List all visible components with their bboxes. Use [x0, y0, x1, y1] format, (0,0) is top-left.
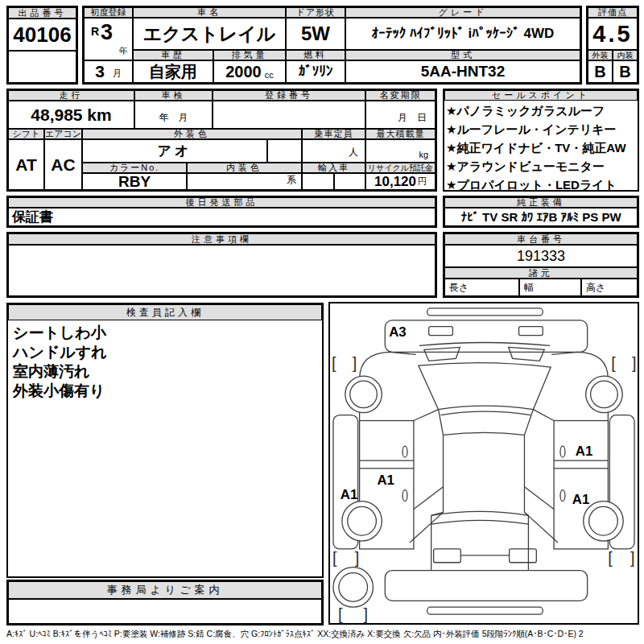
max-load-label: 最大積載量	[365, 129, 436, 139]
car-name-value: エクストレイル	[133, 18, 286, 50]
damage-mark-left-front-door: A1	[377, 473, 394, 488]
damage-mark-right-rear-door: A1	[572, 492, 589, 507]
svg-text:]: ]	[355, 549, 359, 567]
spec-width-label: 幅	[519, 279, 581, 296]
chassis-number-label: 車台番号	[444, 233, 638, 245]
svg-text:[: [	[332, 549, 337, 567]
exterior-grade-label: 外装	[588, 50, 613, 60]
inspector-notes-list: シートしわ小 ハンドルすれ 室内薄汚れ 外装小傷有り	[13, 324, 319, 401]
notes-label: 注意事項欄	[8, 233, 436, 245]
grade-label: グレード	[345, 7, 580, 18]
sales-point-item: ★パノラミックガラスルーフ	[446, 101, 638, 120]
inspector-note-line: ハンドルすれ	[13, 343, 319, 362]
era-letter: R	[91, 25, 99, 38]
inspector-note-line: シートしわ小	[13, 324, 319, 343]
svg-text:]: ]	[632, 354, 636, 372]
shaken-value: 年 月	[134, 101, 213, 129]
vehicle-info-box: 初度登録 R 3 年 3 月 車名 エクストレイル 車歴 自家用 排気量 200…	[82, 6, 582, 85]
name-change-label: 名変期限	[365, 90, 436, 101]
capacity-unit: 人	[302, 139, 365, 163]
registration-number-value	[213, 101, 365, 129]
damage-mark-front-bumper: A3	[389, 324, 406, 340]
car-outline	[333, 308, 634, 614]
svg-text:]: ]	[364, 605, 368, 623]
score-label: 評価点	[588, 7, 638, 18]
svg-text:]: ]	[630, 549, 634, 567]
shaken-label: 車検	[134, 90, 213, 101]
svg-text:[: [	[338, 605, 343, 623]
svg-text:[: [	[608, 549, 613, 567]
car-diagram-box: [] [] [] [] [] A3 A1 A1 A1 A1	[328, 302, 639, 625]
displacement-unit: cc	[265, 70, 274, 80]
chassis-number-value: 191333	[444, 245, 638, 267]
model-code-label: 型式	[345, 50, 580, 60]
sales-points-box: セールスポイント ★パノラミックガラスルーフ ★ルーフレール・インテリキー ★純…	[443, 89, 639, 192]
first-registration-month-cell: 3 月	[84, 60, 133, 83]
recycle-deposit-unit: 円	[418, 175, 427, 188]
damage-mark-left-side: A1	[341, 487, 357, 502]
grade-value: ｵｰﾃｯｸ ﾊｲﾌﾞﾘｯﾄﾞ iﾊﾟｯｹｰｼﾞ 4WD	[345, 18, 580, 50]
notes-box: 注意事項欄	[6, 232, 437, 298]
score-box: 評価点 4.5 外装 内装 B B	[586, 6, 639, 85]
displacement-value: 2000	[225, 63, 262, 81]
auction-number-empty-cell	[8, 51, 76, 83]
first-registration-year: 3	[101, 20, 113, 45]
exterior-color-sub-cell	[267, 139, 302, 163]
month-suffix: 月	[113, 68, 122, 80]
inspector-notes-box: 検査員記入欄 シートしわ小 ハンドルすれ 室内薄汚れ 外装小傷有り	[6, 303, 324, 578]
name-change-value: 月 日	[365, 101, 436, 129]
svg-text:[: [	[611, 354, 616, 372]
interior-color-suffix: 系	[187, 173, 302, 190]
auction-number-box: 出品番号 40106	[6, 6, 78, 85]
import-label: 輸入車	[302, 163, 365, 173]
max-load-unit: kg	[365, 139, 436, 163]
specs-label: 諸元	[444, 267, 638, 279]
recycle-deposit-label: リサイクル預託金	[365, 163, 436, 173]
fuel-value: ｶﾞｿﾘﾝ	[286, 60, 345, 83]
spec-length-label: 長さ	[444, 279, 519, 296]
svg-text:[: [	[332, 354, 336, 372]
damage-mark-right-front-door: A1	[576, 444, 592, 459]
sales-points-list: ★パノラミックガラスルーフ ★ルーフレール・インテリキー ★純正ワイドナビ・TV…	[446, 101, 638, 194]
door-shape-value: 5W	[286, 18, 345, 50]
equipment-box: 純正装備 ﾅﾋﾞ TV SR ｶﾜ ｴｱB ｱﾙﾐ PS PW	[443, 196, 639, 228]
car-damage-diagram: [] [] [] [] [] A3 A1 A1 A1 A1	[330, 303, 638, 623]
auction-sheet: 出品番号 40106 初度登録 R 3 年 3 月 車名 エクストレイル 車歴 …	[0, 0, 644, 644]
office-info-box: 事務局よりご案内	[6, 580, 324, 625]
import-cell-2	[334, 173, 365, 190]
shift-value: AT	[8, 139, 44, 190]
door-shape-label: ドア形状	[286, 7, 345, 18]
car-name-label: 車名	[133, 7, 286, 18]
first-registration-month: 3	[95, 62, 105, 81]
registration-number-label: 登録番号	[213, 90, 365, 101]
fuel-label: 燃料	[286, 50, 345, 60]
shipping-parts-label: 後日発送部品	[8, 197, 436, 208]
equipment-value: ﾅﾋﾞ TV SR ｶﾜ ｴｱB ｱﾙﾐ PS PW	[444, 208, 638, 226]
recycle-deposit-value: 10,120	[374, 174, 416, 190]
shift-label: シフト	[8, 129, 44, 139]
shipping-parts-value: 保証書	[8, 208, 436, 226]
office-info-label: 事務局よりご案内	[8, 581, 322, 599]
mileage-value: 48,985 km	[8, 101, 134, 129]
spec-height-label: 高さ	[581, 279, 638, 296]
inspector-notes-label: 検査員記入欄	[8, 304, 322, 320]
auction-number-label: 出品番号	[8, 7, 76, 19]
sales-point-item: ★ルーフレール・インテリキー	[446, 120, 638, 138]
car-history-value: 自家用	[133, 60, 213, 83]
inspector-note-line: 外装小傷有り	[13, 382, 319, 401]
damage-code-legend: A:ｷｽﾞ U:ﾍｺﾐ B:ｷｽﾞを伴うﾍｺﾐ P:要塗装 W:補修跡 S:錆 …	[6, 629, 641, 640]
model-code-value: 5AA-HNT32	[345, 60, 580, 83]
displacement-label: 排気量	[213, 50, 286, 60]
aircon-value: AC	[44, 139, 82, 190]
sales-point-item: ★純正ワイドナビ・TV・純正AW	[446, 138, 638, 157]
aircon-label: エアコン	[44, 129, 82, 139]
auction-number-value: 40106	[8, 19, 76, 51]
office-info-value	[8, 599, 322, 624]
shipping-parts-box: 後日発送部品 保証書	[6, 196, 437, 228]
sales-points-label: セールスポイント	[444, 90, 638, 101]
svg-text:]: ]	[353, 354, 357, 372]
score-value: 4.5	[588, 18, 638, 50]
sales-point-item: ★プロパイロット・LEDライト	[446, 175, 638, 194]
exterior-grade-value: B	[588, 60, 613, 83]
interior-grade-value: B	[613, 60, 638, 83]
